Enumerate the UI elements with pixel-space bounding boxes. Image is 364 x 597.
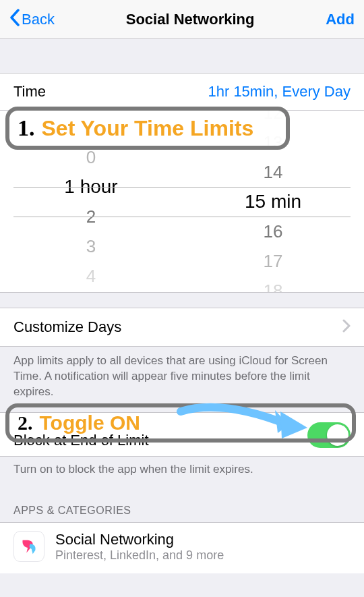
time-row[interactable]: Time 1hr 15min, Every Day xyxy=(0,73,364,111)
customize-days-label: Customize Days xyxy=(13,318,121,336)
time-value: 1hr 15min, Every Day xyxy=(208,83,351,101)
annotation-2: 2. Toggle ON xyxy=(5,403,356,443)
chevron-left-icon xyxy=(9,9,20,30)
app-title: Social Networking xyxy=(55,531,224,548)
annotation-1-number: 1. xyxy=(18,115,35,141)
block-footer-text: Turn on to block the app when the limit … xyxy=(0,457,364,490)
annotation-2-text: Toggle ON xyxy=(40,411,140,434)
time-label: Time xyxy=(13,83,46,101)
annotation-1: 1. Set Your Time Limits xyxy=(5,107,290,150)
social-networking-icon xyxy=(13,531,44,562)
limits-footer-text: App limits apply to all devices that are… xyxy=(0,347,364,412)
back-label: Back xyxy=(22,11,55,28)
chevron-right-icon xyxy=(342,318,351,337)
add-button[interactable]: Add xyxy=(326,11,355,28)
annotation-1-text: Set Your Time Limits xyxy=(42,116,254,141)
apps-section-header: APPS & CATEGORIES xyxy=(0,490,364,522)
customize-days-row[interactable]: Customize Days xyxy=(0,308,364,347)
annotation-2-number: 2. xyxy=(18,411,33,434)
app-subtitle: Pinterest, LinkedIn, and 9 more xyxy=(55,548,224,563)
nav-bar: Back Social Networking Add xyxy=(0,0,364,39)
app-category-row[interactable]: Social Networking Pinterest, LinkedIn, a… xyxy=(0,522,364,573)
back-button[interactable]: Back xyxy=(9,9,55,30)
page-title: Social Networking xyxy=(126,11,255,28)
